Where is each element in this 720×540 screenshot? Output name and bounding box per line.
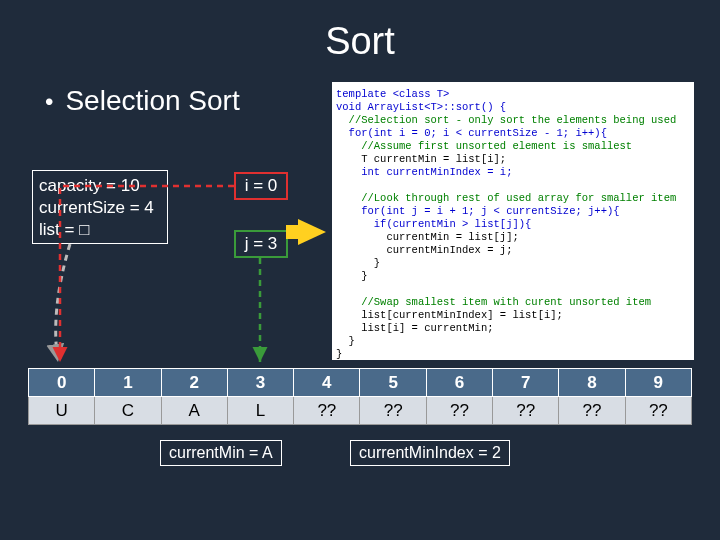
val-cell: ?? (559, 397, 625, 425)
currentsize-line: currentSize = 4 (39, 197, 161, 219)
val-cell: U (29, 397, 95, 425)
j-variable-box: j = 3 (234, 230, 288, 258)
val-cell: L (227, 397, 293, 425)
idx-cell: 9 (625, 369, 691, 397)
currentminindex-label: currentMinIndex = 2 (350, 440, 510, 466)
val-cell: ?? (493, 397, 559, 425)
i-variable-box: i = 0 (234, 172, 288, 200)
capacity-line: capacity = 10 (39, 175, 161, 197)
val-cell: C (95, 397, 161, 425)
idx-cell: 8 (559, 369, 625, 397)
array-table: 0 1 2 3 4 5 6 7 8 9 U C A L ?? ?? ?? ?? … (28, 368, 692, 425)
bullet-text: Selection Sort (65, 85, 239, 116)
table-header-row: 0 1 2 3 4 5 6 7 8 9 (29, 369, 692, 397)
highlight-arrow-icon (298, 219, 326, 245)
val-cell: ?? (294, 397, 360, 425)
idx-cell: 4 (294, 369, 360, 397)
val-cell: ?? (625, 397, 691, 425)
val-cell: A (161, 397, 227, 425)
bullet-dot: • (45, 88, 53, 115)
list-line: list = □ (39, 219, 161, 241)
currentmin-label: currentMin = A (160, 440, 282, 466)
bullet-selection-sort: •Selection Sort (45, 85, 240, 117)
code-snippet: template <class T> void ArrayList<T>::so… (332, 82, 694, 360)
idx-cell: 1 (95, 369, 161, 397)
idx-cell: 0 (29, 369, 95, 397)
idx-cell: 3 (227, 369, 293, 397)
idx-cell: 5 (360, 369, 426, 397)
object-state-box: capacity = 10 currentSize = 4 list = □ (32, 170, 168, 244)
table-value-row: U C A L ?? ?? ?? ?? ?? ?? (29, 397, 692, 425)
val-cell: ?? (426, 397, 492, 425)
slide-title: Sort (0, 20, 720, 63)
val-cell: ?? (360, 397, 426, 425)
idx-cell: 6 (426, 369, 492, 397)
idx-cell: 2 (161, 369, 227, 397)
idx-cell: 7 (493, 369, 559, 397)
